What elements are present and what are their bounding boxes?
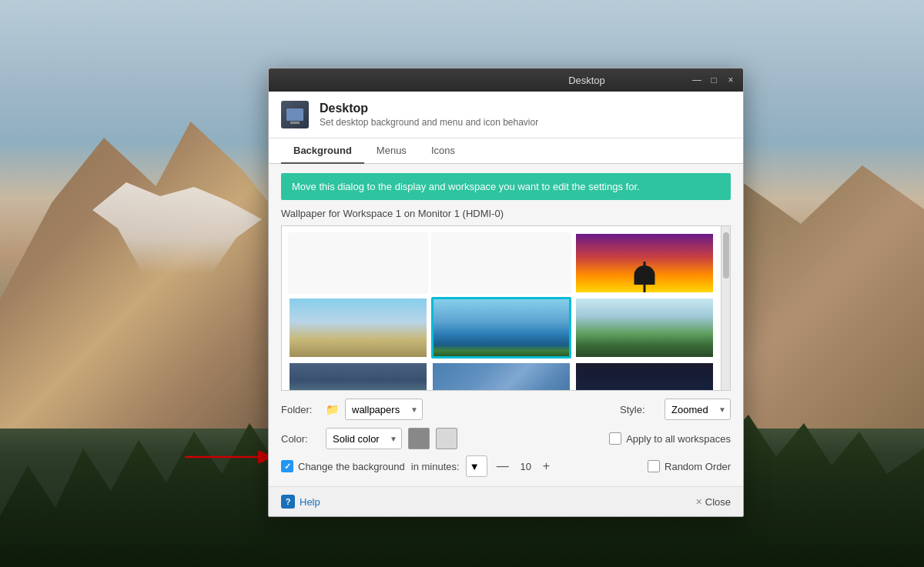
folder-icon: 📁	[326, 403, 339, 415]
style-select-wrapper: Zoomed ▼	[665, 399, 731, 420]
controls-row-1: Folder: 📁 wallpapers ▼ Style: Zoomed ▼	[281, 399, 731, 420]
dialog-content: Move this dialog to the display and work…	[269, 164, 743, 486]
titlebar-title: Desktop	[483, 75, 691, 86]
help-button[interactable]: ? Help	[281, 495, 320, 509]
close-window-button[interactable]: ×	[725, 75, 737, 85]
random-order-label: Random Order	[665, 461, 731, 472]
scroll-thumb[interactable]	[723, 232, 729, 278]
notification-banner: Move this dialog to the display and work…	[281, 173, 731, 200]
apply-all-label: Apply to all workspaces	[626, 433, 731, 445]
controls-row-3: Change the background in minutes: ▼ — 10…	[281, 455, 731, 477]
tab-icons[interactable]: Icons	[419, 138, 467, 164]
tab-menus[interactable]: Menus	[364, 138, 419, 164]
random-order-checkbox[interactable]	[648, 460, 660, 472]
change-bg-checkbox[interactable]	[281, 460, 293, 472]
style-select[interactable]: Zoomed	[665, 399, 731, 420]
color-swatch-dark[interactable]	[408, 428, 430, 449]
folder-select-wrapper: wallpapers ▼	[345, 399, 423, 420]
app-icon-inner	[286, 108, 303, 121]
dialog-footer: ? Help × Close	[269, 486, 743, 516]
controls-row-2: Color: Solid color ▼ Apply to all worksp…	[281, 428, 731, 449]
minutes-select-wrapper: ▼	[466, 455, 487, 477]
minimize-button[interactable]: —	[691, 75, 703, 85]
style-label: Style:	[620, 404, 658, 415]
close-button[interactable]: × Close	[696, 495, 731, 508]
wallpaper-thumb-abstract[interactable]	[431, 362, 571, 390]
wallpaper-thumb-2[interactable]	[431, 232, 571, 294]
random-order-checkbox-wrap[interactable]: Random Order	[648, 460, 731, 472]
tab-bar: Background Menus Icons	[269, 138, 743, 164]
red-arrow-indicator	[185, 451, 277, 463]
wallpaper-thumb-forest[interactable]	[574, 297, 715, 359]
titlebar: Desktop — □ ×	[269, 68, 743, 92]
color-select[interactable]: Solid color	[326, 428, 402, 449]
maximize-button[interactable]: □	[708, 75, 720, 85]
help-icon: ?	[281, 495, 295, 509]
titlebar-controls: — □ ×	[691, 75, 737, 85]
apply-all-checkbox[interactable]	[609, 432, 621, 445]
minutes-counter: — 10 +	[494, 460, 553, 472]
tab-background[interactable]: Background	[281, 138, 364, 164]
wallpaper-thumb-1[interactable]	[288, 232, 428, 294]
app-title: Desktop	[320, 102, 538, 115]
folder-label: Folder:	[281, 404, 320, 415]
help-label: Help	[300, 496, 320, 508]
folder-select[interactable]: wallpapers	[345, 399, 423, 420]
app-subtitle: Set desktop background and menu and icon…	[320, 117, 538, 128]
wallpaper-grid-container	[281, 225, 731, 391]
dialog-header: Desktop Set desktop background and menu …	[269, 92, 743, 138]
desktop-settings-dialog: Desktop — □ × Desktop Set desktop backgr…	[268, 68, 744, 517]
folder-icon-wrap: 📁	[326, 403, 339, 415]
minutes-decrease-button[interactable]: —	[494, 460, 512, 472]
color-select-wrapper: Solid color ▼	[326, 428, 402, 449]
apply-all-checkbox-wrap[interactable]: Apply to all workspaces	[609, 432, 731, 445]
minutes-value: 10	[517, 461, 535, 472]
wallpaper-label: Wallpaper for Workspace 1 on Monitor 1 (…	[281, 208, 731, 219]
wallpaper-thumb-dark[interactable]	[574, 362, 715, 390]
in-minutes-label: in minutes:	[411, 461, 460, 472]
wallpaper-thumb-ocean[interactable]	[288, 362, 428, 390]
app-icon	[281, 101, 309, 128]
change-bg-checkbox-wrap[interactable]: Change the background	[281, 460, 405, 472]
close-label: Close	[705, 496, 731, 508]
color-swatch-light[interactable]	[436, 428, 457, 449]
wallpaper-thumb-beach[interactable]	[288, 297, 428, 359]
scrollbar[interactable]	[721, 226, 730, 390]
wallpaper-thumb-lake[interactable]	[431, 297, 571, 359]
wallpaper-thumb-sunset[interactable]	[574, 232, 715, 294]
minutes-increase-button[interactable]: +	[540, 460, 553, 472]
minutes-select[interactable]: ▼	[466, 455, 487, 477]
wallpaper-grid	[282, 226, 721, 390]
color-label: Color:	[281, 433, 320, 445]
close-x-icon: ×	[696, 495, 702, 508]
change-bg-label: Change the background	[298, 461, 405, 472]
